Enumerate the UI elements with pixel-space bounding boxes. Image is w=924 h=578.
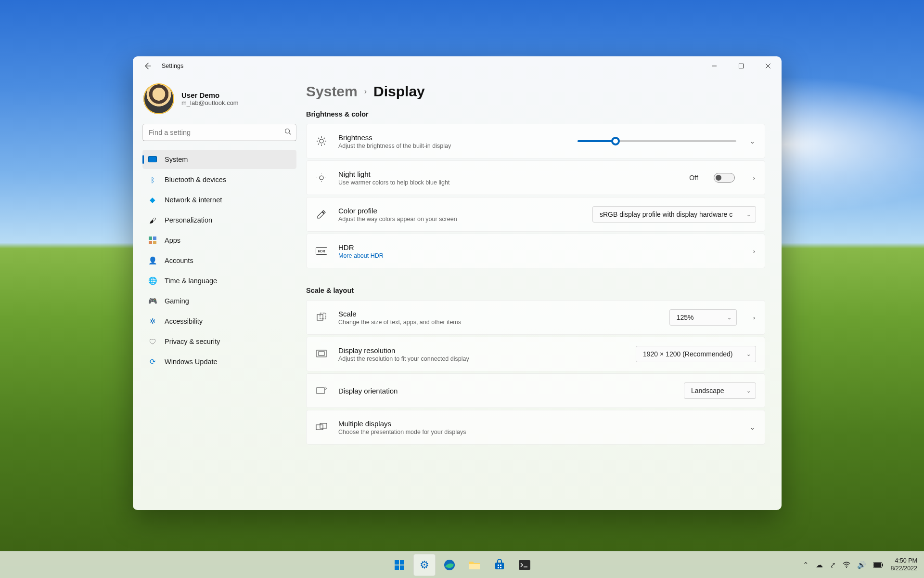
maximize-button[interactable] — [728, 56, 755, 76]
accessibility-icon: ✲ — [148, 317, 157, 326]
resolution-dropdown[interactable]: 924 × 578 (Recommended)⌄ — [636, 346, 756, 362]
svg-rect-35 — [400, 560, 404, 565]
profile-block[interactable]: User Demo m_lab@outlook.com — [142, 80, 296, 124]
svg-rect-36 — [395, 565, 399, 570]
scale-dropdown[interactable]: 125%⌄ — [669, 309, 737, 326]
sidebar-item-label: Time & language — [165, 277, 217, 285]
svg-rect-49 — [882, 564, 883, 566]
profile-name: User Demo — [181, 91, 239, 99]
sidebar-item-label: Personalization — [165, 216, 212, 224]
breadcrumb-parent[interactable]: System — [306, 83, 358, 100]
chevron-down-icon[interactable]: ⌄ — [749, 138, 756, 145]
wifi-icon[interactable] — [843, 562, 850, 568]
app-title: Settings — [162, 63, 183, 69]
multiple-title: Multiple displays — [338, 420, 466, 428]
svg-rect-29 — [317, 350, 326, 357]
search-icon — [284, 128, 292, 135]
svg-text:HDR: HDR — [318, 250, 325, 253]
minimize-button[interactable] — [701, 56, 728, 76]
weather-icon[interactable]: ☁ — [816, 561, 823, 569]
hdr-title: HDR — [338, 243, 384, 251]
color-profile-dropdown[interactable]: sRGB display profile with display hardwa… — [592, 206, 756, 223]
card-multiple-displays[interactable]: Multiple displaysChoose the presentation… — [306, 410, 765, 445]
apps-icon — [148, 236, 157, 245]
hdr-link[interactable]: More about HDR — [338, 252, 384, 259]
card-brightness[interactable]: BrightnessAdjust the brightness of the b… — [306, 124, 765, 158]
svg-rect-34 — [395, 560, 399, 565]
sidebar-item-bluetooth[interactable]: ᛒBluetooth & devices — [142, 170, 296, 189]
section-scale-label: Scale & layout — [306, 287, 765, 294]
person-icon: 👤 — [148, 256, 157, 265]
night-light-title: Night light — [338, 170, 449, 178]
taskbar-store[interactable] — [488, 554, 511, 576]
brightness-slider[interactable] — [578, 140, 736, 142]
wifi-icon: ◆ — [148, 196, 157, 204]
close-button[interactable] — [755, 56, 782, 76]
sidebar-item-accounts[interactable]: 👤Accounts — [142, 251, 296, 270]
svg-rect-39 — [469, 564, 480, 569]
scale-icon — [315, 313, 328, 322]
volume-icon[interactable]: 🔊 — [857, 561, 866, 569]
terminal-icon — [518, 560, 531, 570]
sidebar-item-network[interactable]: ◆Network & internet — [142, 190, 296, 210]
chevron-down-icon[interactable]: ⌄ — [749, 424, 756, 431]
sidebar-item-time[interactable]: 🌐Time & language — [142, 271, 296, 290]
sidebar-item-label: Accessibility — [165, 317, 203, 325]
sidebar-item-privacy[interactable]: 🛡Privacy & security — [142, 332, 296, 351]
sidebar-item-accessibility[interactable]: ✲Accessibility — [142, 312, 296, 331]
orientation-dropdown[interactable]: Landscape⌄ — [684, 382, 756, 399]
card-scale[interactable]: ScaleChange the size of text, apps, and … — [306, 300, 765, 335]
taskbar-start[interactable] — [388, 554, 411, 576]
night-light-toggle[interactable] — [714, 173, 735, 183]
svg-point-46 — [846, 567, 847, 568]
maximize-icon — [739, 64, 744, 68]
sidebar-item-label: Accounts — [165, 257, 193, 264]
svg-rect-37 — [400, 565, 404, 570]
globe-icon: 🌐 — [148, 276, 157, 285]
resolution-title: Display resolution — [338, 346, 469, 355]
taskbar-terminal[interactable] — [513, 554, 536, 576]
night-light-icon — [315, 172, 328, 183]
store-icon — [494, 559, 505, 571]
sidebar-item-label: Network & internet — [165, 196, 222, 204]
clock-date: 8/22/2022 — [890, 565, 917, 573]
svg-rect-44 — [500, 567, 501, 568]
resolution-subtitle: Adjust the resolution to fit your connec… — [338, 355, 469, 362]
taskbar-explorer[interactable] — [463, 554, 486, 576]
sidebar-item-update[interactable]: ⟳Windows Update — [142, 352, 296, 371]
taskbar-edge[interactable] — [438, 554, 461, 576]
card-orientation: Display orientation Landscape⌄ — [306, 373, 765, 408]
folder-icon — [468, 560, 481, 570]
sidebar-item-label: Bluetooth & devices — [165, 176, 226, 184]
search-input[interactable] — [142, 124, 296, 141]
svg-point-4 — [285, 129, 290, 133]
chevron-right-icon[interactable]: › — [752, 174, 756, 182]
search-field — [142, 124, 296, 141]
battery-icon[interactable] — [873, 562, 884, 568]
tray-overflow-icon[interactable]: ⌃ — [803, 561, 809, 569]
shield-icon: 🛡 — [148, 337, 157, 346]
sidebar-item-apps[interactable]: Apps — [142, 231, 296, 250]
sidebar-item-gaming[interactable]: 🎮Gaming — [142, 291, 296, 311]
chevron-right-icon[interactable]: › — [752, 314, 756, 321]
multiple-displays-icon — [315, 423, 328, 432]
svg-rect-7 — [149, 236, 152, 240]
taskbar-clock[interactable]: 4:50 PM 8/22/2022 — [890, 557, 917, 572]
card-night-light[interactable]: Night lightUse warmer colors to help blo… — [306, 160, 765, 195]
color-profile-subtitle: Adjust the way colors appear on your scr… — [338, 216, 457, 223]
svg-line-19 — [318, 144, 319, 144]
taskbar-settings[interactable]: ⚙ — [413, 554, 436, 576]
sidebar-item-system[interactable]: System — [142, 150, 296, 169]
back-button[interactable] — [140, 58, 155, 74]
sidebar-item-personalization[interactable]: 🖌Personalization — [142, 210, 296, 230]
svg-point-11 — [320, 139, 323, 143]
brush-icon: 🖌 — [148, 216, 157, 224]
location-icon[interactable]: ⤤ — [830, 561, 836, 569]
system-tray: ⌃ ☁ ⤤ 🔊 4:50 PM 8/22/2022 — [803, 557, 924, 572]
card-hdr[interactable]: HDR HDRMore about HDR › — [306, 234, 765, 268]
breadcrumb: System › Display — [306, 83, 765, 100]
gamepad-icon: 🎮 — [148, 297, 157, 305]
chevron-right-icon[interactable]: › — [752, 248, 756, 255]
orientation-title: Display orientation — [338, 387, 398, 395]
svg-rect-8 — [153, 236, 156, 240]
